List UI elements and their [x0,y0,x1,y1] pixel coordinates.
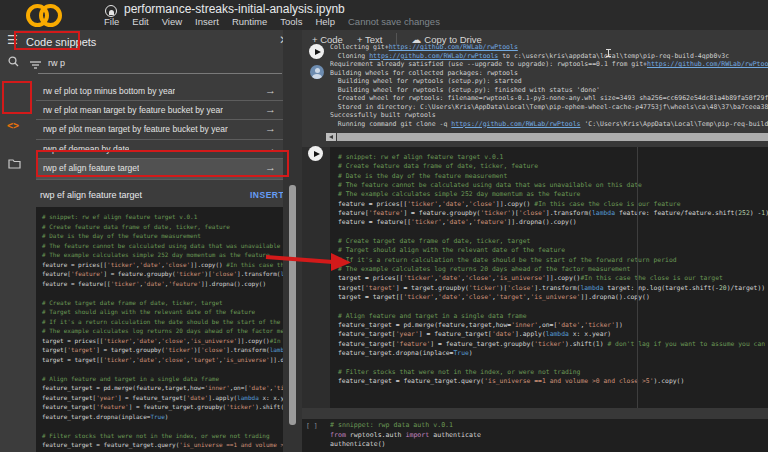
editor-ruler [637,147,638,408]
menu-runtime[interactable]: Runtime [232,16,267,27]
code-cell-editor[interactable]: # snippet: rw ef align feature target v.… [330,147,768,408]
menu-bar: File Edit View Insert Runtime Tools Help… [104,16,440,27]
insert-button[interactable]: INSERT [250,190,284,200]
snippet-search-input[interactable]: rw p [48,58,65,68]
panel-title: Code snippets [26,36,96,48]
output-horizontal-scrollbar[interactable] [337,133,768,141]
arrow-right-icon[interactable]: → [265,84,276,96]
menu-view[interactable]: View [162,16,182,27]
run-cell-button[interactable] [308,146,323,161]
snippet-result[interactable]: rwp ef plot mean target by feature bucke… [36,120,284,139]
snippet-results-list: rw ef plot top minus bottom by year → rw… [36,82,284,180]
arrow-right-icon[interactable]: → [265,122,276,134]
menu-tools[interactable]: Tools [280,16,302,27]
snippet-result[interactable]: rw ef plot mean target by feature bucket… [36,101,284,120]
notebook-title[interactable]: performance-streaks-initial-analysis.ipy… [124,2,345,16]
user-avatar [310,65,324,79]
cell-gutter [302,147,330,408]
panel-scrollbar[interactable] [289,185,296,425]
code-snippets-icon[interactable]: <> [7,120,19,131]
filter-icon[interactable] [30,61,41,69]
snippet-result[interactable]: rw ef plot top minus bottom by year → [36,82,284,101]
run-cell-button[interactable] [309,44,324,59]
save-status: Cannot save changes [348,16,440,27]
panel-menu-icon[interactable]: ☰ [7,33,18,47]
colab-window: performance-streaks-initial-analysis.ipy… [0,0,768,452]
text-cursor [608,49,609,57]
scroll-left-button[interactable] [326,133,336,141]
menu-help[interactable]: Help [315,16,335,27]
snippet-preview-title: rwp ef align feature target [40,190,142,200]
arrow-right-icon[interactable]: → [265,161,276,173]
search-underline [38,73,282,74]
notebook-area: + Code + Text ☁Copy to Drive Collecting … [302,30,768,452]
cell-output[interactable]: Collecting git+https://github.com/RWLab/… [330,43,768,128]
files-folder-icon[interactable] [8,158,21,169]
cell-run-indicator[interactable]: [ ] [306,422,318,430]
search-icon[interactable] [8,56,19,67]
code-snippets-panel: ☰ Code snippets ✕ <> rw p rw ef plot top… [0,30,302,452]
snippet-result-selected[interactable]: rwp ef align feature target → [36,159,284,180]
code-cell[interactable]: [ ] # snnippet: rwp data auth v.0.1from … [302,419,768,452]
arrow-right-icon[interactable]: → [265,142,276,154]
arrow-right-icon[interactable]: → [265,103,276,115]
snippet-result[interactable]: rwp ef demean by date → [36,140,284,159]
code-cell-editor[interactable]: # snnippet: rwp data auth v.0.1from rwpt… [330,421,760,450]
menu-file[interactable]: File [104,16,119,27]
snippet-preview-code[interactable]: # snippet: rw ef align feature target v.… [36,207,284,452]
menu-insert[interactable]: Insert [195,16,219,27]
menu-edit[interactable]: Edit [132,16,148,27]
app-header: performance-streaks-initial-analysis.ipy… [0,0,768,30]
